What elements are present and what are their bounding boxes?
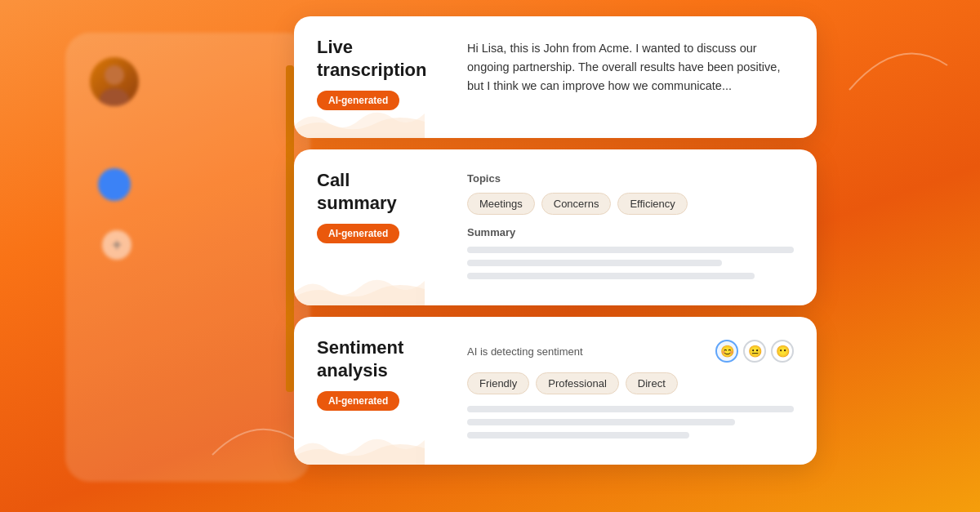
topic-tag-concerns: Concerns — [541, 193, 612, 215]
summary-line-2 — [467, 260, 722, 266]
summary-title: Call summary — [317, 169, 448, 214]
sentiment-title: Sentiment analysis — [317, 336, 448, 381]
plus-button-blur: + — [102, 230, 131, 260]
wave-decoration-summary — [294, 265, 425, 305]
card-left-sentiment: Sentiment analysis AI-generated — [317, 336, 448, 445]
sentiment-line-2 — [467, 419, 735, 425]
topics-tags-row: Meetings Concerns Efficiency — [467, 193, 794, 215]
sentiment-tag-friendly: Friendly — [467, 372, 529, 394]
topics-label: Topics — [467, 172, 794, 185]
sentiment-line-1 — [467, 406, 794, 412]
summary-section-label: Summary — [467, 226, 794, 238]
transcription-text: Hi Lisa, this is John from Acme. I wante… — [467, 39, 794, 96]
sentiment-detail-lines — [467, 406, 794, 439]
topic-tag-efficiency: Efficiency — [617, 193, 687, 215]
emoji-row: 😊 😐 😶 — [715, 340, 794, 363]
svg-point-1 — [100, 88, 129, 106]
summary-line-1 — [467, 247, 794, 253]
ai-badge-summary: AI-generated — [317, 224, 399, 243]
sentiment-tag-professional: Professional — [536, 372, 619, 394]
topic-tag-meetings: Meetings — [467, 193, 535, 215]
detecting-text: AI is detecting sentiment — [467, 345, 583, 358]
card-left-transcription: Live transcription AI-generated — [317, 36, 448, 118]
avatar — [90, 57, 139, 106]
decorative-curve-top-right — [841, 24, 956, 106]
transcription-title: Live transcription — [317, 36, 448, 81]
sentiment-line-3 — [467, 432, 689, 439]
card-right-summary: Topics Meetings Concerns Efficiency Summ… — [467, 169, 794, 286]
wave-decoration-transcription — [294, 97, 425, 138]
sentiment-header-row: AI is detecting sentiment 😊 😐 😶 — [467, 340, 794, 363]
summary-line-3 — [467, 273, 755, 279]
card-right-sentiment: AI is detecting sentiment 😊 😐 😶 Friendly… — [467, 336, 794, 445]
svg-point-0 — [105, 65, 124, 85]
card-left-summary: Call summary AI-generated — [317, 169, 448, 286]
sentiment-tags-row: Friendly Professional Direct — [467, 372, 794, 394]
blue-indicator — [98, 168, 131, 201]
sentiment-tag-direct: Direct — [626, 372, 678, 394]
summary-card: Call summary AI-generated Topics Meeting… — [294, 149, 817, 305]
wave-decoration-sentiment — [294, 424, 425, 465]
sentiment-card: Sentiment analysis AI-generated AI is de… — [294, 317, 817, 465]
emoji-happy: 😊 — [715, 340, 738, 363]
emoji-blank: 😶 — [771, 340, 794, 363]
transcription-card: Live transcription AI-generated Hi Lisa,… — [294, 16, 817, 138]
ai-badge-sentiment: AI-generated — [317, 391, 399, 411]
phone-background-blur: + — [65, 33, 310, 482]
cards-container: Live transcription AI-generated Hi Lisa,… — [294, 16, 817, 465]
card-right-transcription: Hi Lisa, this is John from Acme. I wante… — [467, 36, 794, 118]
emoji-neutral: 😐 — [743, 340, 766, 363]
orange-divider-bar — [286, 65, 294, 392]
